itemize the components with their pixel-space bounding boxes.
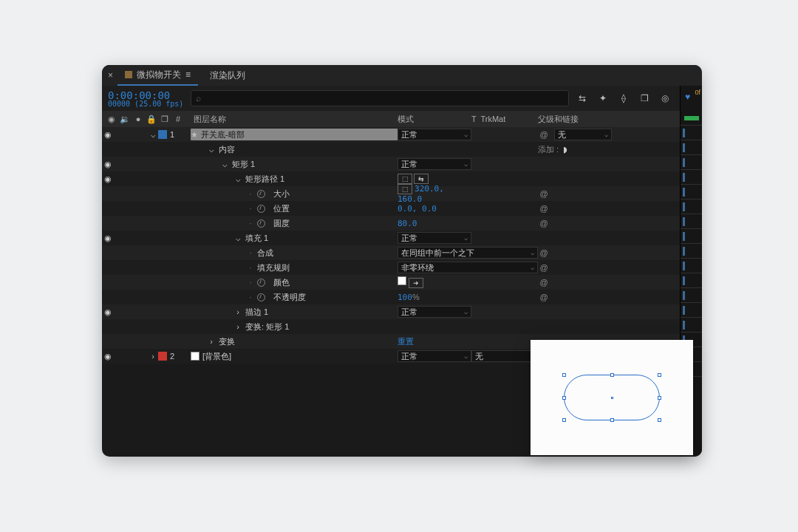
prop-xform-rect[interactable]: ›变换: 矩形 1 [102, 319, 702, 334]
fillrule-dropdown[interactable]: 非零环绕⌵ [398, 262, 538, 273]
twirl-icon[interactable]: › [207, 337, 216, 346]
star-icon: ★ [191, 130, 198, 140]
prop-fillrule[interactable]: ·填充规则 非零环绕⌵ @ [102, 260, 702, 275]
pickwhip-icon[interactable]: @ [538, 130, 550, 139]
twirl-icon[interactable]: › [233, 322, 242, 331]
twirl-icon[interactable]: ⌵ [233, 233, 242, 243]
prop-label: 矩形路径 1 [245, 174, 284, 185]
time-indicator-icon[interactable]: ♥ [685, 92, 690, 102]
prop-label: 不透明度 [273, 292, 306, 303]
prop-label: 变换 [219, 336, 235, 347]
layer-index: 1 [167, 130, 177, 139]
value[interactable]: 0.0, 0.0 [398, 204, 437, 214]
stopwatch-icon[interactable] [257, 205, 265, 213]
copies-icon[interactable]: ❐ [638, 93, 650, 103]
label-color[interactable] [158, 352, 167, 361]
wand-icon[interactable]: ✦ [597, 93, 609, 103]
prop-position[interactable]: · 位置 0.0, 0.0 @ [102, 201, 702, 216]
prop-label: 矩形 1 [232, 159, 255, 170]
color-swatch[interactable] [398, 276, 406, 285]
value[interactable]: 80.0 [398, 219, 417, 228]
prop-size[interactable]: · 大小 ⬚ 320.0, 160.0 @ [102, 186, 702, 201]
tab-render-queue[interactable]: 渲染队列 [202, 65, 253, 86]
twirl-icon[interactable]: ⌵ [233, 174, 242, 184]
tab-menu-icon[interactable]: ≡ [185, 69, 191, 80]
parent-dropdown[interactable]: 无⌵ [554, 129, 612, 140]
eye-icon[interactable]: ◉ [102, 130, 114, 140]
tab-label: 渲染队列 [210, 69, 245, 82]
mode-dropdown[interactable]: 正常⌵ [398, 158, 471, 170]
search-input[interactable]: ⌕ [191, 90, 569, 106]
eye-icon[interactable]: ◉ [102, 307, 114, 317]
eyedropper-icon[interactable]: ➜ [409, 278, 423, 288]
reset-link[interactable]: 重置 [398, 337, 414, 347]
column-headers: ◉ 🔉 ● 🔒 ❒ # 图层名称 模式 T TrkMat 父级和链接 [102, 111, 702, 127]
label-color[interactable] [158, 130, 167, 139]
stopwatch-icon[interactable] [257, 219, 265, 228]
add-icon[interactable]: ◗ [563, 145, 567, 154]
composite-dropdown[interactable]: 在同组中前一个之下⌵ [398, 247, 538, 259]
label-icon[interactable]: ❒ [160, 115, 170, 124]
mode-dropdown[interactable]: 正常⌵ [398, 306, 471, 318]
prop-composite[interactable]: ·合成 在同组中前一个之下⌵ @ [102, 245, 702, 260]
pickwhip-icon[interactable]: @ [538, 219, 550, 228]
prop-label: 变换: 矩形 1 [245, 321, 289, 332]
solo-icon[interactable]: ● [133, 115, 143, 123]
layer-row-1[interactable]: ◉ ⌵1 ★开关底-暗部 正常⌵ @无⌵ [102, 127, 702, 142]
eye-icon[interactable]: ◉ [106, 115, 117, 124]
col-layer-name[interactable]: 图层名称 [191, 114, 398, 125]
stopwatch-icon[interactable] [257, 293, 265, 301]
stopwatch-icon[interactable] [257, 279, 265, 287]
fps-label: 00000 (25.00 fps) [108, 100, 183, 108]
snap-icon[interactable]: ◎ [659, 93, 671, 103]
twirl-icon[interactable]: ⌵ [207, 145, 216, 154]
link-icon[interactable]: ⇆ [414, 174, 429, 184]
trkmat-dropdown[interactable]: 无⌵ [471, 350, 538, 362]
index-header: # [173, 115, 183, 123]
prop-label: 描边 1 [245, 307, 268, 318]
twirl-icon[interactable]: ⌵ [148, 130, 158, 140]
audio-icon[interactable]: 🔉 [120, 115, 130, 124]
flow-icon[interactable]: ⇆ [576, 93, 588, 103]
stopwatch-icon[interactable] [257, 190, 265, 198]
pickwhip-icon[interactable]: @ [538, 278, 550, 287]
prop-contents[interactable]: ⌵内容 添加 :◗ [102, 142, 702, 157]
pickwhip-icon[interactable]: @ [538, 204, 550, 213]
close-tab-icon[interactable]: × [108, 70, 113, 81]
prop-color[interactable]: · 颜色 ➜ @ [102, 275, 702, 290]
mode-dropdown[interactable]: 正常⌵ [398, 232, 471, 244]
mode-dropdown[interactable]: 正常⌵ [398, 129, 471, 140]
value[interactable]: 100 [398, 293, 412, 302]
header-icons: ⇆ ✦ ⟠ ❐ ◎ ▦ [576, 93, 696, 103]
prop-rect[interactable]: ◉ ⌵矩形 1 正常⌵ [102, 157, 702, 171]
pickwhip-icon[interactable]: @ [538, 248, 550, 257]
pickwhip-icon[interactable]: @ [538, 189, 550, 198]
search-icon: ⌕ [196, 93, 201, 103]
cube-icon[interactable]: ⟠ [618, 93, 630, 103]
prop-roundness[interactable]: · 圆度 80.0 @ [102, 216, 702, 231]
add-label: 添加 : [538, 144, 559, 155]
pickwhip-icon[interactable]: @ [538, 293, 550, 301]
col-mode[interactable]: 模式 [398, 114, 471, 125]
twirl-icon[interactable]: › [233, 307, 242, 316]
constrain-icon[interactable]: ⬚ [398, 184, 412, 194]
layer-name: 开关底-暗部 [201, 129, 245, 140]
col-parent[interactable]: 父级和链接 [538, 114, 702, 125]
tab-active[interactable]: 微拟物开关 ≡ [117, 65, 198, 86]
twirl-icon[interactable]: › [148, 352, 158, 361]
eye-icon[interactable]: ◉ [102, 233, 114, 243]
lock-icon[interactable]: 🔒 [146, 115, 157, 124]
eye-icon[interactable]: ◉ [102, 352, 114, 361]
link-icon[interactable]: ⬚ [398, 174, 412, 184]
tab-label: 微拟物开关 [137, 69, 181, 81]
prop-opacity[interactable]: · 不透明度 100% @ [102, 290, 702, 304]
eye-icon[interactable]: ◉ [102, 174, 114, 184]
twirl-icon[interactable]: ⌵ [220, 160, 229, 169]
prop-stroke[interactable]: ◉ ›描边 1 正常⌵ [102, 304, 702, 319]
layer-name: [背景色] [202, 351, 231, 362]
mode-dropdown[interactable]: 正常⌵ [398, 350, 471, 362]
col-trkmat[interactable]: TrkMat [480, 115, 505, 123]
pickwhip-icon[interactable]: @ [538, 263, 550, 272]
eye-icon[interactable]: ◉ [102, 160, 114, 169]
prop-fill[interactable]: ◉ ⌵填充 1 正常⌵ [102, 231, 702, 245]
